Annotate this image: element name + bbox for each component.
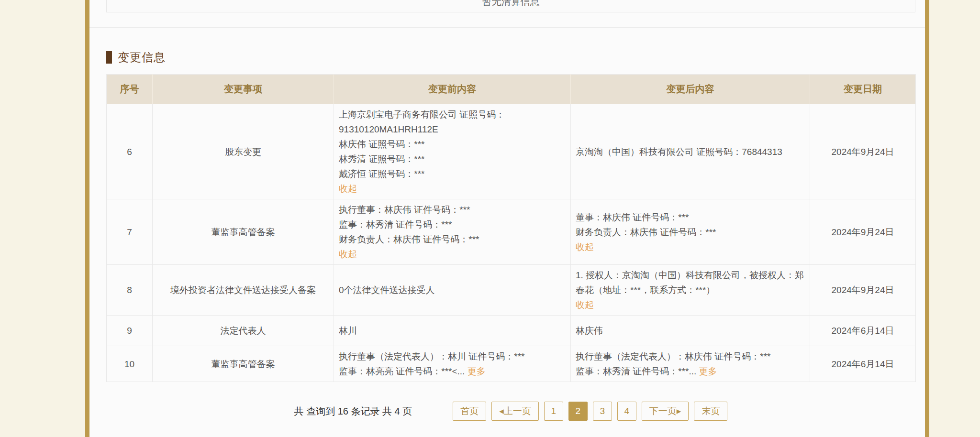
table-row: 8境外投资者法律文件送达接受人备案0个法律文件送达接受人1. 授权人：京淘淘（中… <box>107 265 916 316</box>
seq-cell: 7 <box>107 199 153 265</box>
date-cell: 2024年9月24日 <box>810 265 916 316</box>
after-cell: 林庆伟 <box>571 316 810 346</box>
no-liquidation-text: 暂无清算信息 <box>482 0 540 8</box>
before-cell: 0个法律文件送达接受人 <box>334 265 571 316</box>
table-row: 9法定代表人林川林庆伟2024年6月14日 <box>107 316 916 346</box>
content-left-border <box>85 0 89 437</box>
section-title: 变更信息 <box>106 50 166 65</box>
before-cell: 执行董事：林庆伟 证件号码：***监事：林秀清 证件号码：***财务负责人：林庆… <box>334 199 571 265</box>
after-cell: 董事：林庆伟 证件号码：***财务负责人：林庆伟 证件号码：***收起 <box>571 199 810 265</box>
item-cell: 股东变更 <box>153 104 334 199</box>
after-cell: 执行董事（法定代表人）：林庆伟 证件号码：***监事：林秀清 证件号码：***.… <box>571 346 810 382</box>
item-cell: 董监事高管备案 <box>153 346 334 382</box>
page-button-4[interactable]: 4 <box>617 402 636 421</box>
date-cell: 2024年6月14日 <box>810 346 916 382</box>
section-title-text: 变更信息 <box>118 50 166 65</box>
column-header: 变更日期 <box>810 75 916 104</box>
first-page-button[interactable]: 首页 <box>453 402 486 421</box>
section-bullet-icon <box>106 51 112 64</box>
column-header: 变更前内容 <box>334 75 571 104</box>
more-link[interactable]: 更多 <box>699 366 717 376</box>
record-count-summary: 共 查询到 16 条记录 共 4 页 <box>294 405 412 418</box>
date-cell: 2024年9月24日 <box>810 199 916 265</box>
page-button-2[interactable]: 2 <box>568 402 588 421</box>
column-header: 序号 <box>107 75 153 104</box>
collapse-link[interactable]: 收起 <box>339 249 357 259</box>
column-header: 变更事项 <box>153 75 334 104</box>
item-cell: 董监事高管备案 <box>153 199 334 265</box>
date-cell: 2024年6月14日 <box>810 316 916 346</box>
page-button-1[interactable]: 1 <box>544 402 563 421</box>
pager-buttons: 首页◂上一页1234下一页▸末页 <box>453 402 727 421</box>
collapse-link[interactable]: 收起 <box>576 300 594 310</box>
pagination-bar: 共 查询到 16 条记录 共 4 页 首页◂上一页1234下一页▸末页 <box>106 402 915 421</box>
no-liquidation-notice: 暂无清算信息 <box>106 0 915 12</box>
collapse-link[interactable]: 收起 <box>339 184 357 194</box>
seq-cell: 9 <box>107 316 153 346</box>
last-page-button[interactable]: 末页 <box>694 402 727 421</box>
change-info-table: 序号变更事项变更前内容变更后内容变更日期 6股东变更上海京剁宝电子商务有限公司 … <box>106 74 916 382</box>
collapse-link[interactable]: 收起 <box>576 242 594 252</box>
item-cell: 法定代表人 <box>153 316 334 346</box>
before-cell: 上海京剁宝电子商务有限公司 证照号码：91310120MA1HRH112E林庆伟… <box>334 104 571 199</box>
bottom-divider <box>89 432 925 432</box>
page-background: 暂无清算信息 变更信息 序号变更事项变更前内容变更后内容变更日期 6股东变更上海… <box>0 0 980 437</box>
table-header-row: 序号变更事项变更前内容变更后内容变更日期 <box>107 75 916 104</box>
before-cell: 执行董事（法定代表人）：林川 证件号码：***监事：林亮亮 证件号码：***<.… <box>334 346 571 382</box>
after-cell: 京淘淘（中国）科技有限公司 证照号码：76844313 <box>571 104 810 199</box>
date-cell: 2024年9月24日 <box>810 104 916 199</box>
more-link[interactable]: 更多 <box>468 366 486 376</box>
seq-cell: 10 <box>107 346 153 382</box>
section-divider <box>89 27 925 28</box>
before-cell: 林川 <box>334 316 571 346</box>
column-header: 变更后内容 <box>571 75 810 104</box>
after-cell: 1. 授权人：京淘淘（中国）科技有限公司，被授权人：郑春花（地址：***，联系方… <box>571 265 810 316</box>
next-page-button[interactable]: 下一页▸ <box>642 402 689 421</box>
table-row: 7董监事高管备案执行董事：林庆伟 证件号码：***监事：林秀清 证件号码：***… <box>107 199 916 265</box>
content-right-border <box>925 0 929 437</box>
main-content: 暂无清算信息 变更信息 序号变更事项变更前内容变更后内容变更日期 6股东变更上海… <box>89 0 925 437</box>
table-row: 10董监事高管备案执行董事（法定代表人）：林川 证件号码：***监事：林亮亮 证… <box>107 346 916 382</box>
page-button-3[interactable]: 3 <box>593 402 612 421</box>
seq-cell: 6 <box>107 104 153 199</box>
prev-page-button[interactable]: ◂上一页 <box>491 402 539 421</box>
seq-cell: 8 <box>107 265 153 316</box>
item-cell: 境外投资者法律文件送达接受人备案 <box>153 265 334 316</box>
table-row: 6股东变更上海京剁宝电子商务有限公司 证照号码：91310120MA1HRH11… <box>107 104 916 199</box>
